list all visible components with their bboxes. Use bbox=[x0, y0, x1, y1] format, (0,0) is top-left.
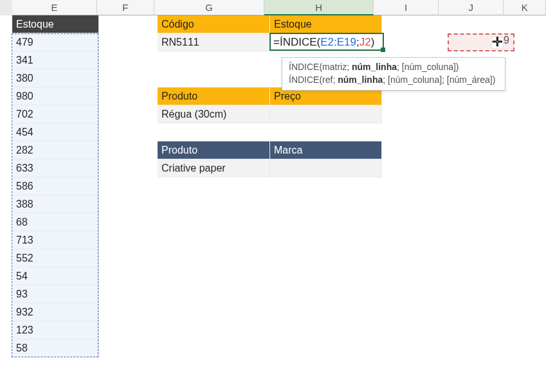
tooltip-arg: núm_linha bbox=[338, 75, 383, 85]
estoque-cell[interactable]: 388 bbox=[12, 195, 99, 213]
estoque-cell[interactable]: 68 bbox=[12, 213, 99, 231]
column-header-H[interactable]: H bbox=[264, 0, 374, 15]
produto2-value[interactable]: Criative paper bbox=[158, 159, 270, 177]
tooltip-text: ÍNDICE(matriz; bbox=[289, 62, 352, 72]
estoque-cell[interactable]: 58 bbox=[12, 339, 99, 357]
j2-cell-value[interactable]: 9 bbox=[504, 35, 509, 46]
tooltip-text: ; [núm_coluna]; [núm_área]) bbox=[383, 75, 495, 85]
header-marca: Marca bbox=[270, 141, 382, 159]
produto1-value[interactable]: Régua (30cm) bbox=[158, 105, 270, 123]
column-header-row: EFGHIJK bbox=[0, 0, 546, 15]
estoque-cell[interactable]: 123 bbox=[12, 321, 99, 339]
preco-value[interactable] bbox=[270, 105, 382, 123]
formula-ref2: J2 bbox=[359, 36, 371, 48]
spreadsheet[interactable]: EFGHIJK Estoque4793413809807024542826335… bbox=[0, 0, 546, 392]
tooltip-text: ; [núm_coluna]) bbox=[397, 62, 459, 72]
estoque-cell[interactable]: 702 bbox=[12, 105, 99, 123]
tooltip-arg: núm_linha bbox=[352, 62, 397, 72]
estoque-cell[interactable]: 586 bbox=[12, 177, 99, 195]
estoque-cell[interactable]: 282 bbox=[12, 141, 99, 159]
estoque-cell[interactable]: 980 bbox=[12, 87, 99, 105]
formula-suffix: ) bbox=[371, 36, 375, 48]
estoque-cell[interactable]: 380 bbox=[12, 69, 99, 87]
formula-editing-cell[interactable]: =ÍNDICE(E2:E19;J2) bbox=[269, 33, 384, 51]
estoque-cell[interactable]: 454 bbox=[12, 123, 99, 141]
formula-prefix: =ÍNDICE( bbox=[273, 36, 320, 48]
estoque-cell[interactable]: 713 bbox=[12, 231, 99, 249]
column-header-F[interactable]: F bbox=[97, 0, 154, 15]
estoque-cell[interactable]: 93 bbox=[12, 285, 99, 303]
column-header-E[interactable]: E bbox=[12, 0, 97, 15]
marca-value[interactable] bbox=[270, 159, 382, 177]
tooltip-text: ÍNDICE(ref; bbox=[289, 75, 338, 85]
estoque-cell[interactable]: 479 bbox=[12, 33, 99, 51]
header-estoque2: Estoque bbox=[270, 15, 382, 33]
estoque-cell[interactable]: 54 bbox=[12, 267, 99, 285]
formula-tooltip: ÍNDICE(matriz; núm_linha; [núm_coluna]) … bbox=[282, 57, 505, 91]
column-header-J[interactable]: J bbox=[439, 0, 504, 15]
estoque-cell[interactable]: 633 bbox=[12, 159, 99, 177]
column-header-I[interactable]: I bbox=[374, 0, 439, 15]
header-estoque: Estoque bbox=[12, 15, 99, 33]
column-header-G[interactable]: G bbox=[154, 0, 264, 15]
estoque-cell[interactable]: 932 bbox=[12, 303, 99, 321]
fill-handle[interactable] bbox=[381, 48, 385, 52]
header-codigo: Código bbox=[158, 15, 270, 33]
codigo-value[interactable]: RN5111 bbox=[158, 33, 270, 51]
cell-cursor-icon: ✛ bbox=[492, 37, 503, 48]
header-produto2: Produto bbox=[158, 141, 270, 159]
estoque-cell[interactable]: 552 bbox=[12, 249, 99, 267]
header-produto1: Produto bbox=[158, 87, 270, 105]
column-header-K[interactable]: K bbox=[504, 0, 546, 15]
formula-ref1: E2:E19 bbox=[320, 36, 356, 48]
estoque-cell[interactable]: 341 bbox=[12, 51, 99, 69]
